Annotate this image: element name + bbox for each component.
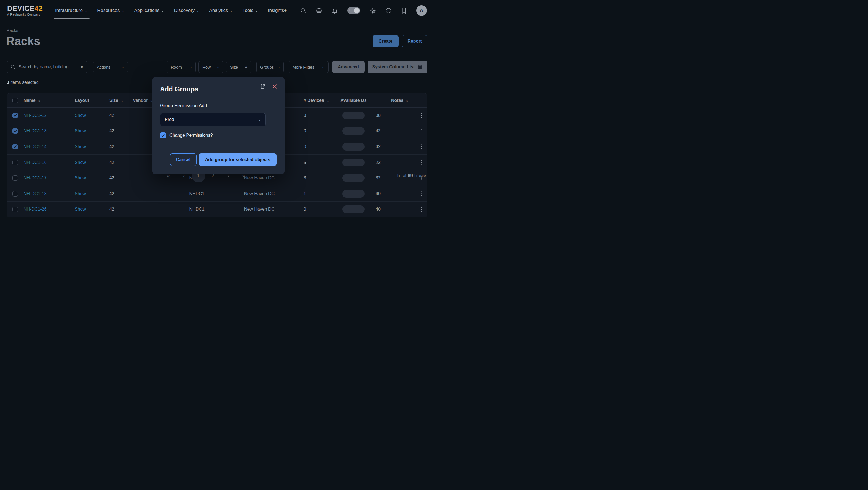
available-units: 42 xyxy=(376,128,380,133)
devices-cell: 0 xyxy=(292,207,331,212)
room-cell: NHDC1 xyxy=(167,207,226,212)
available-units: 22 xyxy=(376,160,380,165)
row-checkbox[interactable] xyxy=(12,175,18,181)
devices-cell: 0 xyxy=(292,144,331,149)
rack-name-link[interactable]: NH-DC1-13 xyxy=(24,128,47,133)
system-column-list-button[interactable]: System Column List xyxy=(368,61,427,73)
chevron-down-icon: ⌄ xyxy=(121,65,124,69)
column-header-size[interactable]: Size↑↓ xyxy=(108,98,133,103)
gear-icon[interactable] xyxy=(370,7,376,14)
layout-show-link[interactable]: Show xyxy=(75,160,86,165)
rack-name-link[interactable]: NH-DC1-14 xyxy=(24,144,47,149)
logo-tagline: A Freshworks Company xyxy=(7,13,43,16)
more-filters-dropdown[interactable]: More Filters⌄ xyxy=(289,61,329,73)
column-header-notes[interactable]: Notes↑↓ xyxy=(391,98,427,103)
layout-show-link[interactable]: Show xyxy=(75,207,86,212)
group-select[interactable]: Prod ⌄ xyxy=(160,113,266,126)
selection-status: 3 items selected xyxy=(7,80,39,85)
group-permission-label: Group Permission Add xyxy=(160,103,277,109)
nav-item-applications[interactable]: Applications⌄ xyxy=(134,8,164,13)
layout-show-link[interactable]: Show xyxy=(75,128,86,133)
nav-item-tools[interactable]: Tools⌄ xyxy=(243,8,258,13)
chevron-down-icon: ⌄ xyxy=(255,9,258,12)
sort-icon[interactable]: ↑↓ xyxy=(150,99,152,103)
row-menu-kebab-icon[interactable] xyxy=(420,143,424,151)
change-permissions-label[interactable]: Change Permissions? xyxy=(169,133,213,138)
layout-show-link[interactable]: Show xyxy=(75,176,86,180)
column-header-name[interactable]: Name↑↓ xyxy=(24,98,75,103)
available-bar xyxy=(342,159,365,166)
row-checkbox[interactable] xyxy=(12,144,18,150)
row-menu-kebab-icon[interactable] xyxy=(420,190,424,198)
sort-icon[interactable]: ↑↓ xyxy=(120,99,122,103)
sort-icon[interactable]: ↑↓ xyxy=(326,99,328,103)
row-checkbox[interactable] xyxy=(12,160,18,165)
row-checkbox[interactable] xyxy=(12,207,18,212)
column-header-available[interactable]: Available Us xyxy=(331,98,391,103)
row-menu-kebab-icon[interactable] xyxy=(420,127,424,135)
layout-show-link[interactable]: Show xyxy=(75,113,86,118)
nav-menu: Infrastructure⌄ Resources⌄ Applications⌄… xyxy=(55,8,287,13)
change-permissions-checkbox[interactable] xyxy=(160,132,166,139)
rack-name-link[interactable]: NH-DC1-12 xyxy=(24,113,47,118)
nav-item-analytics[interactable]: Analytics⌄ xyxy=(209,8,232,13)
search-icon[interactable] xyxy=(300,7,306,14)
rack-name-link[interactable]: NH-DC1-18 xyxy=(24,191,47,196)
nav-item-infrastructure[interactable]: Infrastructure⌄ xyxy=(55,8,87,13)
svg-text:?: ? xyxy=(388,9,389,12)
size-cell: 42 xyxy=(108,207,133,212)
search-input[interactable] xyxy=(19,64,78,69)
hash-icon: # xyxy=(245,64,247,69)
size-filter[interactable]: Size# xyxy=(226,61,251,73)
create-button[interactable]: Create xyxy=(373,35,399,47)
row-menu-kebab-icon[interactable] xyxy=(420,206,424,214)
add-group-submit-button[interactable]: Add group for selected objects xyxy=(199,153,277,166)
row-checkbox[interactable] xyxy=(12,128,18,134)
available-bar xyxy=(342,206,365,213)
actions-dropdown[interactable]: Actions⌄ xyxy=(93,61,128,73)
row-checkbox[interactable] xyxy=(12,113,18,118)
available-units: 40 xyxy=(376,191,380,196)
row-menu-kebab-icon[interactable] xyxy=(420,111,424,120)
available-cell: 42 xyxy=(331,127,391,135)
notifications-bell-icon[interactable] xyxy=(332,7,338,14)
groups-filter[interactable]: Groups⌄ xyxy=(256,61,284,73)
user-avatar[interactable]: A xyxy=(416,5,427,16)
layout-show-link[interactable]: Show xyxy=(75,191,86,196)
advanced-button[interactable]: Advanced xyxy=(332,61,365,73)
row-menu-kebab-icon[interactable] xyxy=(420,158,424,167)
rack-name-link[interactable]: NH-DC1-17 xyxy=(24,176,47,180)
toggle-knob xyxy=(354,8,360,13)
globe-icon[interactable] xyxy=(316,7,322,14)
device42-logo[interactable]: DEVICE42 A Freshworks Company xyxy=(7,5,43,16)
select-all-checkbox[interactable] xyxy=(12,98,18,103)
chevron-down-icon: ⌄ xyxy=(85,9,88,12)
bookmark-icon[interactable] xyxy=(401,7,407,14)
search-box[interactable]: ✕ xyxy=(7,61,88,73)
nav-item-insights[interactable]: Insights+ xyxy=(268,8,287,13)
sort-icon[interactable]: ↑↓ xyxy=(405,99,407,103)
rack-name-link[interactable]: NH-DC1-26 xyxy=(24,207,47,212)
theme-toggle[interactable]: ☾ xyxy=(347,7,360,14)
room-filter[interactable]: Room⌄ xyxy=(167,61,196,73)
row-checkbox[interactable] xyxy=(12,191,18,196)
layout-show-link[interactable]: Show xyxy=(75,144,86,149)
clear-search-icon[interactable]: ✕ xyxy=(80,64,84,70)
nav-item-resources[interactable]: Resources⌄ xyxy=(97,8,124,13)
chevron-down-icon: ⌄ xyxy=(258,118,261,122)
column-header-layout[interactable]: Layout xyxy=(75,98,108,103)
row-filter[interactable]: Row⌄ xyxy=(198,61,223,73)
column-header-devices[interactable]: # Devices↑↓ xyxy=(292,98,331,103)
expand-modal-icon[interactable] xyxy=(260,84,266,89)
breadcrumb[interactable]: Racks xyxy=(7,28,18,33)
rack-name-link[interactable]: NH-DC1-16 xyxy=(24,160,47,165)
available-units: 42 xyxy=(376,144,380,149)
sort-icon[interactable]: ↑↓ xyxy=(38,99,40,103)
help-icon[interactable]: ? xyxy=(385,7,392,14)
nav-item-discovery[interactable]: Discovery⌄ xyxy=(174,8,199,13)
modal-title: Add Groups xyxy=(160,85,277,93)
close-modal-icon[interactable] xyxy=(272,84,277,89)
report-button[interactable]: Report xyxy=(402,35,427,47)
size-cell: 42 xyxy=(108,176,133,181)
cancel-button[interactable]: Cancel xyxy=(170,153,196,166)
